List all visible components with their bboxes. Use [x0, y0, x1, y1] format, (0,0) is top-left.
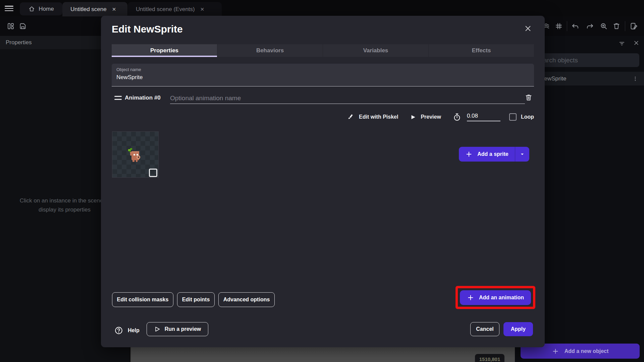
edit-collision-masks-button[interactable]: Edit collision masks [112, 292, 173, 307]
menu-icon[interactable] [5, 6, 15, 11]
preview-button[interactable]: Preview [421, 114, 441, 120]
chevron-down-icon[interactable] [515, 147, 529, 162]
play-outline-icon [154, 326, 161, 333]
pig-sprite-image [124, 146, 144, 166]
animation-label: Animation #0 [125, 95, 161, 101]
filter-icon[interactable] [618, 40, 626, 47]
toolbar-separator [567, 21, 567, 31]
top-bar: Home Untitled scene ✕ Untitled scene (Ev… [0, 0, 644, 16]
tab-effects[interactable]: Effects [429, 44, 534, 57]
run-a-preview-label: Run a preview [165, 326, 201, 332]
stopwatch-icon [452, 113, 462, 122]
close-tab-icon[interactable]: ✕ [112, 6, 116, 12]
redo-icon[interactable] [586, 22, 594, 30]
dialog-tabs: Properties Behaviors Variables Effects [112, 44, 534, 57]
animation-name-input[interactable] [170, 93, 525, 104]
frame-select-checkbox[interactable] [149, 169, 157, 177]
active-tab-underline [112, 56, 217, 57]
loop-label: Loop [521, 114, 534, 120]
delete-animation-icon[interactable] [525, 94, 533, 102]
add-an-animation-button[interactable]: Add an animation [460, 290, 531, 305]
kebab-menu-icon[interactable] [632, 76, 638, 82]
add-sprite-button[interactable]: Add a sprite [459, 147, 515, 162]
toolbar-separator [625, 21, 625, 31]
plus-icon [467, 294, 474, 301]
close-dialog-icon[interactable] [524, 24, 532, 33]
advanced-options-button[interactable]: Advanced options [218, 292, 275, 307]
object-name-field-value: NewSprite [116, 74, 143, 81]
run-a-preview-button[interactable]: Run a preview [147, 322, 208, 336]
help-label: Help [128, 327, 140, 334]
undo-icon[interactable] [571, 22, 579, 30]
help-button[interactable]: Help [114, 323, 140, 338]
close-tab-icon[interactable]: ✕ [200, 6, 205, 12]
edit-scene-events-icon[interactable] [630, 22, 638, 30]
object-name-field[interactable]: Object name NewSprite [112, 64, 534, 86]
edit-sprite-dialog: Edit NewSprite Properties Behaviors Vari… [101, 16, 545, 347]
drag-handle-icon[interactable] [114, 96, 122, 100]
close-panel-icon[interactable] [633, 40, 640, 46]
add-new-object-label: Add a new object [565, 348, 609, 354]
grid-icon[interactable] [555, 22, 563, 30]
dialog-title: Edit NewSprite [112, 23, 183, 35]
save-icon[interactable] [19, 22, 27, 30]
apply-button[interactable]: Apply [503, 322, 533, 336]
home-tab-label: Home [39, 6, 54, 12]
search-objects-field[interactable] [530, 53, 639, 67]
tab-untitled-scene[interactable]: Untitled scene ✕ [62, 2, 127, 16]
loop-checkbox[interactable] [509, 113, 517, 121]
edit-points-button[interactable]: Edit points [177, 292, 215, 307]
tab-label: Untitled scene [70, 6, 107, 13]
tab-untitled-scene-events[interactable]: Untitled scene (Events) ✕ [128, 2, 222, 16]
animation-tools-row: Edit with Piskel Preview Loop [347, 111, 534, 123]
animation-header-row: Animation #0 [112, 93, 534, 105]
add-an-animation-label: Add an animation [479, 295, 524, 301]
brush-icon [347, 113, 355, 121]
zoom-in-icon[interactable] [600, 22, 608, 30]
tab-variables[interactable]: Variables [323, 44, 429, 57]
cursor-coordinates-chip: 1510,801 [475, 354, 504, 362]
scene-canvas[interactable]: 1510,801 [130, 347, 515, 362]
add-sprite-split-button[interactable]: Add a sprite [459, 147, 529, 162]
tab-label: Untitled scene (Events) [136, 6, 195, 13]
edit-with-piskel-button[interactable]: Edit with Piskel [359, 114, 398, 120]
time-between-frames-input[interactable] [467, 113, 500, 121]
play-icon [410, 114, 416, 120]
sprite-frame-thumbnail[interactable] [112, 131, 159, 178]
tab-behaviors[interactable]: Behaviors [217, 44, 323, 57]
object-name-field-label: Object name [116, 67, 141, 72]
cancel-button[interactable]: Cancel [470, 322, 499, 336]
gdevelop-app: Home Untitled scene ✕ Untitled scene (Ev… [0, 0, 644, 362]
add-sprite-label: Add a sprite [477, 151, 508, 157]
search-objects-input[interactable] [530, 53, 639, 67]
delete-icon[interactable] [612, 22, 621, 30]
tab-properties[interactable]: Properties [112, 44, 217, 57]
plus-icon [552, 348, 559, 355]
home-icon [28, 5, 35, 12]
toggle-panels-icon[interactable] [7, 22, 15, 30]
plus-icon [465, 150, 473, 158]
help-icon [114, 326, 123, 335]
tab-home[interactable]: Home [20, 2, 62, 15]
annotation-highlight-box: Add an animation [455, 286, 535, 309]
